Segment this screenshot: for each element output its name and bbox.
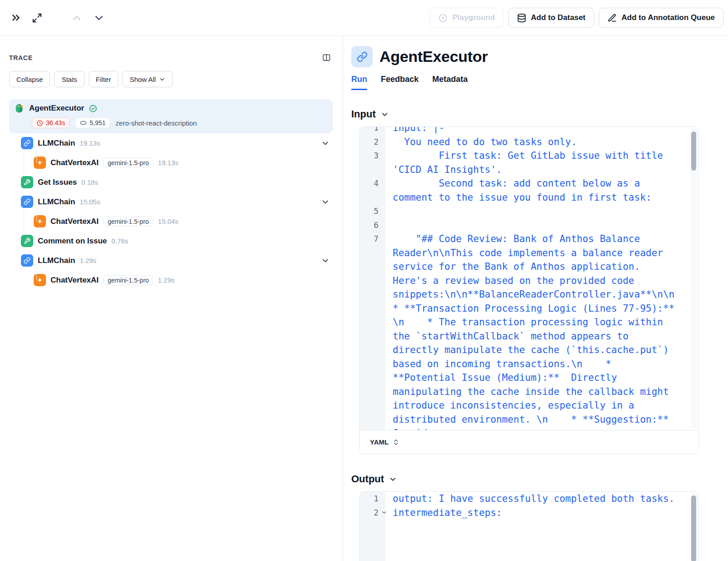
show-all-label: Show All <box>130 76 156 83</box>
chevron-down-icon <box>93 12 105 24</box>
format-label: YAML <box>370 438 389 446</box>
tab-feedback[interactable]: Feedback <box>381 75 419 90</box>
next-run-button[interactable] <box>91 10 107 26</box>
trace-row-get-issues[interactable]: Get Issues 0.18s <box>9 172 333 192</box>
model-badge: gemini-1.5-pro <box>103 275 153 285</box>
llm-model-icon <box>34 274 46 286</box>
collapse-line-chevron-icon[interactable] <box>381 510 387 516</box>
trace-row-llmchain-3[interactable]: LLMChain 1.29s <box>9 251 333 270</box>
llm-model-icon <box>34 215 46 227</box>
chevron-down-icon[interactable] <box>321 197 330 207</box>
code-line: "## Code Review: Bank of Anthos Balance … <box>385 232 698 430</box>
line-number: 5 <box>360 204 385 218</box>
model-badge: gemini-1.5-pro <box>103 217 153 227</box>
add-to-dataset-label: Add to Dataset <box>531 13 586 22</box>
trace-row-comment-on-issue[interactable]: Comment on Issue 0.76s <box>9 231 333 251</box>
code-line <box>385 218 698 232</box>
trace-row-name: ChatVertexAI <box>51 276 99 285</box>
trace-row-chatvertexai-1[interactable]: ChatVertexAI gemini-1.5-pro 19.13s <box>9 153 333 172</box>
collapse-button[interactable]: Collapse <box>9 71 50 87</box>
tab-metadata[interactable]: Metadata <box>432 75 468 90</box>
columns-icon <box>322 53 331 62</box>
chevrons-up-down-icon <box>392 439 399 446</box>
line-number: 4 <box>360 177 385 204</box>
code-line: You need to do two tasks only. <box>385 135 698 149</box>
add-to-annotation-queue-label: Add to Annotation Queue <box>622 13 715 22</box>
trace-row-name: ChatVertexAI <box>51 217 99 226</box>
tab-run[interactable]: Run <box>351 75 367 90</box>
split-view-button[interactable] <box>320 51 333 64</box>
scrollbar-thumb[interactable] <box>691 131 696 171</box>
filter-button[interactable]: Filter <box>89 71 118 87</box>
trace-row-duration: 1.29s <box>158 276 175 284</box>
chevron-down-icon[interactable] <box>321 256 330 265</box>
code-line <box>385 204 698 218</box>
clock-icon <box>36 120 43 126</box>
parrot-icon <box>15 103 25 113</box>
chevron-down-icon[interactable] <box>389 475 397 484</box>
stats-button[interactable]: Stats <box>54 71 84 87</box>
trace-row-duration: 15.05s <box>80 198 100 206</box>
double-chevron-right-icon <box>10 12 22 24</box>
chevron-down-icon[interactable] <box>380 110 389 119</box>
trace-root-node[interactable]: AgentExecutor 36.43s 5,951 zero-shot-rea… <box>9 99 333 133</box>
format-selector[interactable]: YAML <box>360 430 698 454</box>
playground-button[interactable]: Playground <box>430 8 504 28</box>
trace-row-duration: 15.04s <box>158 217 178 225</box>
trace-row-llmchain-2[interactable]: LLMChain 15.05s <box>9 192 333 212</box>
tool-wrench-icon <box>21 176 33 188</box>
trace-row-chatvertexai-2[interactable]: ChatVertexAI gemini-1.5-pro 15.04s <box>9 212 333 231</box>
trace-root-name: AgentExecutor <box>29 104 84 113</box>
code-line: output: I have successfully completed bo… <box>385 492 698 506</box>
tool-wrench-icon <box>21 235 33 247</box>
input-section-title: Input <box>351 108 376 120</box>
trace-row-name: LLMChain <box>38 139 75 148</box>
input-code-block: 1input: |- 2 You need to do two tasks on… <box>359 126 699 454</box>
line-number: 2 <box>360 135 385 149</box>
trace-row-name: Comment on Issue <box>38 237 107 246</box>
detail-tabs: Run Feedback Metadata <box>343 75 728 90</box>
line-number: 2 <box>360 506 385 520</box>
add-to-dataset-button[interactable]: Add to Dataset <box>508 8 594 28</box>
chain-link-icon <box>351 46 373 67</box>
expand-button[interactable] <box>30 11 44 25</box>
chain-link-icon <box>21 254 33 267</box>
chevron-down-icon <box>159 76 166 83</box>
code-line: intermediate_steps: <box>385 506 698 520</box>
playground-label: Playground <box>452 13 495 22</box>
previous-run-button[interactable] <box>69 10 85 26</box>
chevron-up-icon <box>71 12 83 24</box>
code-line: Second task: add content below as a comm… <box>385 177 698 204</box>
trace-tree: AgentExecutor 36.43s 5,951 zero-shot-rea… <box>9 99 333 290</box>
scrollbar-thumb[interactable] <box>691 495 696 561</box>
show-all-dropdown[interactable]: Show All <box>122 71 173 87</box>
token-icon <box>80 119 87 126</box>
agent-type-tag: zero-shot-react-description <box>116 119 197 127</box>
maximize-icon <box>32 13 42 23</box>
trace-row-name: ChatVertexAI <box>51 158 99 167</box>
output-code-content: 1output: I have successfully completed b… <box>360 492 698 520</box>
trace-row-chatvertexai-3[interactable]: ChatVertexAI gemini-1.5-pro 1.29s <box>9 270 333 290</box>
trace-panel-title: TRACE <box>9 54 33 61</box>
duration-badge: 36.43s <box>32 117 70 128</box>
chevron-down-icon[interactable] <box>321 139 330 148</box>
trace-row-duration: 19.13s <box>158 159 178 167</box>
page-title: AgentExecutor <box>379 48 488 66</box>
trace-row-duration: 0.18s <box>81 178 98 186</box>
trace-row-llmchain-1[interactable]: LLMChain 19.13s <box>9 133 333 153</box>
trace-panel: TRACE Collapse Stats Filter Show All <box>0 36 343 561</box>
success-check-icon <box>89 104 97 113</box>
code-line: input: |- <box>385 127 698 135</box>
output-section-title: Output <box>351 473 384 485</box>
model-badge: gemini-1.5-pro <box>103 158 153 168</box>
add-to-annotation-queue-button[interactable]: Add to Annotation Queue <box>599 8 723 28</box>
line-number: 1 <box>360 492 385 506</box>
database-icon <box>517 13 526 23</box>
trace-row-duration: 19.13s <box>80 139 100 147</box>
trace-row-duration: 0.76s <box>111 237 128 245</box>
collapse-label: Collapse <box>16 76 43 83</box>
trace-row-name: LLMChain <box>38 197 75 207</box>
collapse-sidebar-button[interactable] <box>8 10 24 25</box>
trace-row-name: Get Issues <box>38 178 77 187</box>
filter-label: Filter <box>96 76 111 83</box>
